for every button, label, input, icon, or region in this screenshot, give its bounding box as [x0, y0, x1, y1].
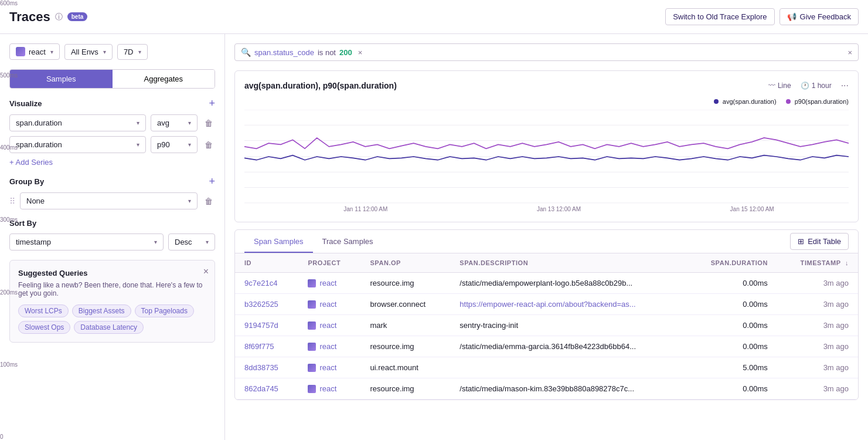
cell-id: 862da745 — [235, 378, 298, 400]
cell-span-desc: /static/media/emma-garcia.3614fb8e4223db… — [450, 336, 686, 357]
project-bar: react ▾ All Envs ▾ 7D ▾ — [9, 43, 215, 60]
edit-table-button[interactable]: ⊞ Edit Table — [790, 233, 849, 250]
project-link[interactable]: react — [319, 279, 336, 287]
field-row-2: span.duration ▾ p90 ▾ 🗑 — [9, 136, 215, 153]
col-project[interactable]: PROJECT — [298, 253, 360, 273]
x-axis-labels: Jan 11 12:00 AM Jan 13 12:00 AM Jan 15 1… — [269, 206, 849, 212]
delete-group[interactable]: 🗑 — [202, 194, 215, 208]
id-link[interactable]: b3262525 — [244, 300, 278, 309]
cell-project: react — [298, 315, 360, 336]
project-icon — [308, 343, 316, 351]
search-clear[interactable]: × — [847, 48, 852, 57]
filter-remove[interactable]: × — [358, 48, 363, 57]
search-bar[interactable]: 🔍 span.status_code is not 200 × × — [234, 43, 859, 61]
col-timestamp[interactable]: TIMESTAMP ↓ — [777, 253, 858, 273]
cell-duration: 5.00ms — [686, 357, 777, 378]
tag-top-pageloads[interactable]: Top Pageloads — [135, 304, 194, 317]
cell-timestamp: 3m ago — [777, 273, 858, 294]
give-feedback-button[interactable]: 📢 Give Feedback — [780, 8, 859, 25]
col-span-desc[interactable]: SPAN.DESCRIPTION — [450, 253, 686, 273]
id-link[interactable]: 8f69f775 — [244, 342, 274, 351]
col-span-op[interactable]: SPAN.OP — [360, 253, 450, 273]
order-select[interactable]: Desc ▾ — [168, 233, 215, 251]
delete-field-1[interactable]: 🗑 — [202, 116, 215, 130]
cell-span-desc: sentry-tracing-init — [450, 315, 686, 336]
tab-samples[interactable]: Samples — [10, 70, 113, 88]
col-span-duration[interactable]: SPAN.DURATION — [686, 253, 777, 273]
delete-field-2[interactable]: 🗑 — [202, 138, 215, 152]
cell-span-op: resource.img — [360, 273, 450, 294]
beta-badge: beta — [67, 12, 88, 21]
cell-duration: 0.00ms — [686, 336, 777, 357]
cell-id: 8f69f775 — [235, 336, 298, 357]
desc-link[interactable]: https://empower-react-api.com/about?back… — [459, 300, 635, 309]
tag-biggest-assets[interactable]: Biggest Assets — [72, 304, 131, 317]
view-tabs: Samples Aggregates — [9, 69, 215, 89]
project-link[interactable]: react — [319, 384, 336, 393]
project-link[interactable]: react — [319, 321, 336, 330]
cell-project: react — [298, 294, 360, 315]
chart-interval-control[interactable]: 🕐 1 hour — [801, 82, 832, 90]
id-link[interactable]: 9c7e21c4 — [244, 279, 277, 287]
info-icon[interactable]: ⓘ — [55, 12, 63, 22]
id-link[interactable]: 8dd38735 — [244, 363, 278, 372]
time-chevron: ▾ — [138, 49, 141, 55]
filter-op: is not — [318, 48, 336, 57]
span-samples-table: ID PROJECT SPAN.OP SPAN.DESCRIPTION SPAN… — [235, 253, 858, 400]
tab-span-samples[interactable]: Span Samples — [244, 230, 313, 253]
table-tabs: Span Samples Trace Samples ⊞ Edit Table — [235, 230, 858, 253]
desc-text: sentry-tracing-init — [459, 321, 518, 330]
table-head: ID PROJECT SPAN.OP SPAN.DESCRIPTION SPAN… — [235, 253, 858, 273]
tag-slowest-ops[interactable]: Slowest Ops — [18, 321, 70, 334]
project-link[interactable]: react — [319, 363, 336, 372]
cell-timestamp: 3m ago — [777, 294, 858, 315]
group-by-row: ⠿ None ▾ 🗑 — [9, 192, 215, 209]
switch-trace-button[interactable]: Switch to Old Trace Explore — [665, 8, 774, 25]
chart-controls: 〰 Line 🕐 1 hour ··· — [768, 80, 849, 91]
project-chevron: ▾ — [50, 49, 53, 55]
agg-select-1[interactable]: avg ▾ — [151, 114, 198, 131]
visualize-header: Visualize + — [9, 98, 215, 109]
chart-svg — [244, 110, 849, 204]
env-select[interactable]: All Envs ▾ — [64, 44, 113, 60]
cell-project: react — [298, 273, 360, 294]
tab-trace-samples[interactable]: Trace Samples — [313, 230, 383, 253]
add-group-button[interactable]: + — [209, 176, 215, 187]
sort-by-header: Sort By — [9, 219, 215, 228]
desc-text: /static/media/mason-kim.83e39bb880a89827… — [459, 384, 634, 393]
table-area: Span Samples Trace Samples ⊞ Edit Table … — [234, 229, 859, 400]
tab-aggregates[interactable]: Aggregates — [113, 70, 215, 88]
add-visualize-button[interactable]: + — [209, 98, 215, 109]
project-link[interactable]: react — [319, 300, 336, 309]
project-link[interactable]: react — [319, 342, 336, 351]
sort-row: timestamp ▾ Desc ▾ — [9, 233, 215, 251]
legend-dot-avg — [714, 99, 719, 104]
agg-select-2[interactable]: p90 ▾ — [151, 136, 198, 153]
cell-project: react — [298, 336, 360, 357]
group-select[interactable]: None ▾ — [20, 192, 198, 209]
col-id[interactable]: ID — [235, 253, 298, 273]
cell-project: react — [298, 357, 360, 378]
cell-timestamp: 3m ago — [777, 336, 858, 357]
sort-select[interactable]: timestamp ▾ — [9, 233, 164, 251]
chart-header: avg(span.duration), p90(span.duration) 〰… — [244, 80, 849, 91]
table-row: 862da745 react resource.img /static/medi… — [235, 378, 858, 400]
project-icon — [308, 364, 316, 372]
tag-worst-lcps[interactable]: Worst LCPs — [18, 304, 69, 317]
time-select[interactable]: 7D ▾ — [117, 44, 148, 60]
chart-more-button[interactable]: ··· — [841, 80, 849, 91]
tag-database-latency[interactable]: Database Latency — [74, 321, 144, 334]
suggested-queries-close[interactable]: × — [203, 266, 209, 277]
id-link[interactable]: 9194757d — [244, 321, 278, 330]
cell-id: 9194757d — [235, 315, 298, 336]
chart-type-control[interactable]: 〰 Line — [768, 82, 791, 90]
id-link[interactable]: 862da745 — [244, 384, 278, 393]
legend-avg: avg(span.duration) — [714, 98, 777, 105]
cell-span-op: browser.connect — [360, 294, 450, 315]
field-row-1: span.duration ▾ avg ▾ 🗑 — [9, 114, 215, 131]
cell-project: react — [298, 378, 360, 400]
legend-dot-p90 — [786, 99, 791, 104]
field-select-1[interactable]: span.duration ▾ — [9, 114, 146, 131]
field-select-2[interactable]: span.duration ▾ — [9, 136, 146, 153]
table-row: 8dd38735 react ui.react.mount 5.00ms 3m … — [235, 357, 858, 378]
